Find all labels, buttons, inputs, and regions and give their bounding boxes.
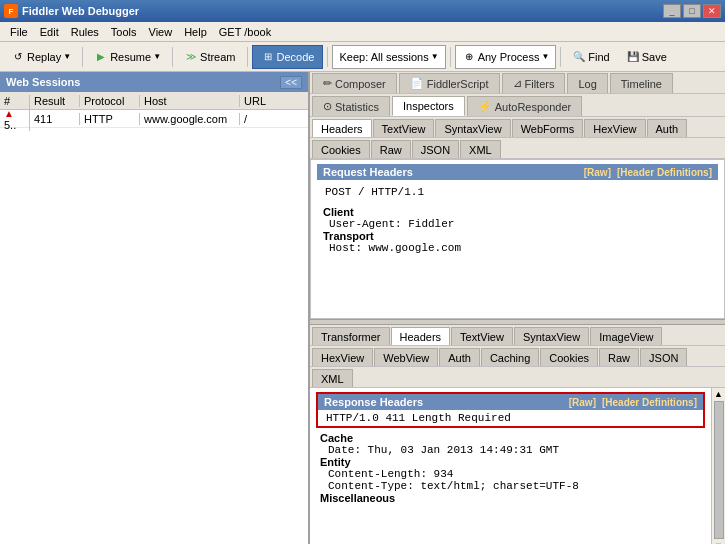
scroll-up-button[interactable]: ▲ <box>714 389 723 399</box>
tab-autoresponder[interactable]: ⚡ AutoResponder <box>467 96 582 116</box>
resp-tab-textview[interactable]: TextView <box>451 327 513 345</box>
scroll-thumb[interactable] <box>714 401 724 539</box>
resp-tab-syntaxview[interactable]: SyntaxView <box>514 327 589 345</box>
req-tab-syntaxview[interactable]: SyntaxView <box>435 119 510 137</box>
replay-dropdown-icon: ▼ <box>63 52 71 61</box>
keep-label: Keep: All sessions <box>339 51 428 63</box>
response-tabs-row2: HexView WebView Auth Caching Cookies Raw… <box>310 346 725 367</box>
response-headers-title: Response Headers [Raw] [Header Definitio… <box>318 394 703 410</box>
row-number: ▲ 5.. <box>0 107 30 131</box>
response-cache-section: Cache Date: Thu, 03 Jan 2013 14:49:31 GM… <box>316 432 705 456</box>
req-tab-hexview[interactable]: HexView <box>584 119 645 137</box>
request-headers-label: Request Headers <box>323 166 413 178</box>
find-button[interactable]: 🔍 Find <box>565 45 616 69</box>
separator-1 <box>82 47 83 67</box>
req-tab-json[interactable]: JSON <box>412 140 459 158</box>
response-definitions-link[interactable]: [Header Definitions] <box>602 397 697 408</box>
right-panel: ✏ Composer 📄 FiddlerScript ⊿ Filters Log… <box>310 72 725 544</box>
app-icon: F <box>4 4 18 18</box>
resp-tab-cookies[interactable]: Cookies <box>540 348 598 366</box>
autoresponder-label: AutoResponder <box>495 101 571 113</box>
save-button[interactable]: 💾 Save <box>619 45 674 69</box>
resp-tab-hexview[interactable]: HexView <box>312 348 373 366</box>
resp-tab-headers[interactable]: Headers <box>391 327 451 345</box>
window-controls[interactable]: _ □ ✕ <box>663 4 721 18</box>
menu-bar: File Edit Rules Tools View Help GET /boo… <box>0 22 725 42</box>
resp-tab-caching[interactable]: Caching <box>481 348 539 366</box>
resp-tab-webview[interactable]: WebView <box>374 348 438 366</box>
replay-icon: ↺ <box>11 50 25 64</box>
decode-button[interactable]: ⊞ Decode <box>252 45 324 69</box>
process-icon: ⊕ <box>462 50 476 64</box>
resume-dropdown-icon: ▼ <box>153 52 161 61</box>
response-misc-section: Miscellaneous <box>316 492 705 504</box>
col-url-header: URL <box>240 95 308 107</box>
resp-tab-transformer[interactable]: Transformer <box>312 327 390 345</box>
response-raw-link[interactable]: [Raw] <box>569 397 596 408</box>
row-url: / <box>240 113 308 125</box>
col-host-header: Host <box>140 95 240 107</box>
menu-rules[interactable]: Rules <box>65 24 105 40</box>
resp-tab-raw[interactable]: Raw <box>599 348 639 366</box>
tab-composer[interactable]: ✏ Composer <box>312 73 397 93</box>
separator-6 <box>560 47 561 67</box>
title-bar: F Fiddler Web Debugger _ □ ✕ <box>0 0 725 22</box>
req-tab-webforms[interactable]: WebForms <box>512 119 584 137</box>
req-tab-xml[interactable]: XML <box>460 140 501 158</box>
fiddlerscript-label: FiddlerScript <box>427 78 489 90</box>
toolbar: ↺ Replay ▼ ▶ Resume ▼ ≫ Stream ⊞ Decode … <box>0 42 725 72</box>
req-tab-auth[interactable]: Auth <box>647 119 688 137</box>
inspectors-tab-bar: ⊙ Statistics Inspectors ⚡ AutoResponder <box>310 94 725 117</box>
replay-button[interactable]: ↺ Replay ▼ <box>4 45 78 69</box>
filters-label: Filters <box>525 78 555 90</box>
menu-view[interactable]: View <box>143 24 179 40</box>
stream-button[interactable]: ≫ Stream <box>177 45 242 69</box>
find-icon: 🔍 <box>572 50 586 64</box>
find-label: Find <box>588 51 609 63</box>
collapse-button[interactable]: << <box>280 76 302 89</box>
table-row[interactable]: ▲ 5.. 411 HTTP www.google.com / <box>0 110 308 128</box>
resume-icon: ▶ <box>94 50 108 64</box>
menu-edit[interactable]: Edit <box>34 24 65 40</box>
menu-file[interactable]: File <box>4 24 34 40</box>
statistics-icon: ⊙ <box>323 100 332 113</box>
keep-sessions-button[interactable]: Keep: All sessions ▼ <box>332 45 445 69</box>
resp-tab-json[interactable]: JSON <box>640 348 687 366</box>
close-button[interactable]: ✕ <box>703 4 721 18</box>
request-tabs-row2: Cookies Raw JSON XML <box>310 138 725 159</box>
response-headers-section: Response Headers [Raw] [Header Definitio… <box>316 392 705 428</box>
menu-tools[interactable]: Tools <box>105 24 143 40</box>
web-sessions-title: Web Sessions <box>6 76 80 88</box>
menu-get-book[interactable]: GET /book <box>213 24 277 40</box>
process-button[interactable]: ⊕ Any Process ▼ <box>455 45 557 69</box>
req-tab-raw[interactable]: Raw <box>371 140 411 158</box>
warning-icon: ▲ <box>4 108 14 119</box>
req-tab-headers[interactable]: Headers <box>312 119 372 137</box>
composer-icon: ✏ <box>323 77 332 90</box>
request-definitions-link[interactable]: [Header Definitions] <box>617 167 712 178</box>
keep-dropdown-icon: ▼ <box>431 52 439 61</box>
resp-tab-auth[interactable]: Auth <box>439 348 480 366</box>
request-raw-link[interactable]: [Raw] <box>584 167 611 178</box>
menu-help[interactable]: Help <box>178 24 213 40</box>
req-tab-cookies[interactable]: Cookies <box>312 140 370 158</box>
tab-statistics[interactable]: ⊙ Statistics <box>312 96 390 116</box>
resume-button[interactable]: ▶ Resume ▼ <box>87 45 168 69</box>
request-panel: Request Headers [Raw] [Header Definition… <box>310 159 725 319</box>
tab-timeline[interactable]: Timeline <box>610 73 673 93</box>
resp-tab-imageview[interactable]: ImageView <box>590 327 662 345</box>
save-icon: 💾 <box>626 50 640 64</box>
filters-icon: ⊿ <box>513 77 522 90</box>
resp-tab-xml[interactable]: XML <box>312 369 353 387</box>
tab-filters[interactable]: ⊿ Filters <box>502 73 566 93</box>
tab-fiddlerscript[interactable]: 📄 FiddlerScript <box>399 73 500 93</box>
req-tab-textview[interactable]: TextView <box>373 119 435 137</box>
tab-inspectors[interactable]: Inspectors <box>392 96 465 116</box>
session-table: # Result Protocol Host URL ▲ 5.. 411 HTT… <box>0 92 308 544</box>
tab-log[interactable]: Log <box>567 73 607 93</box>
request-client-section: Client User-Agent: Fiddler <box>317 206 718 230</box>
scrollbar[interactable]: ▲ ▼ <box>711 388 725 544</box>
minimize-button[interactable]: _ <box>663 4 681 18</box>
maximize-button[interactable]: □ <box>683 4 701 18</box>
request-first-line: POST / HTTP/1.1 <box>317 184 718 200</box>
